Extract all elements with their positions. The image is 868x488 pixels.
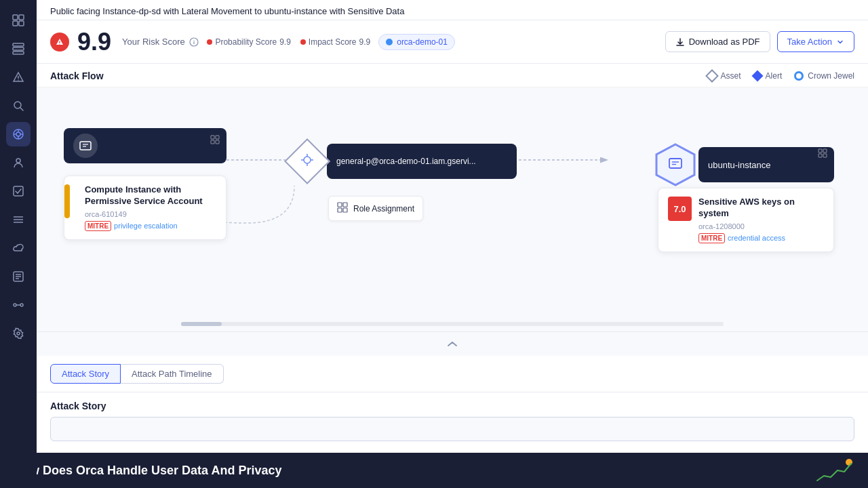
svg-rect-4 bbox=[13, 43, 24, 46]
probability-value: 9.9 bbox=[279, 37, 291, 47]
left-alert-title: Compute Instance with Permissive Service… bbox=[85, 184, 216, 207]
sidebar-icon-findings[interactable] bbox=[6, 179, 31, 203]
chevron-down-icon bbox=[836, 38, 844, 46]
svg-rect-63 bbox=[338, 208, 342, 212]
svg-rect-61 bbox=[338, 203, 342, 207]
right-alert-mitre: MITRE credential access bbox=[698, 233, 824, 243]
header-left: 9.9 Your Risk Score Probability Score 9.… bbox=[50, 30, 665, 54]
right-mitre-tag: MITRE bbox=[698, 233, 725, 243]
left-alert-mitre: MITRE privilege escalation bbox=[85, 221, 216, 231]
diamond-shape bbox=[288, 142, 327, 181]
env-label: orca-demo-01 bbox=[397, 37, 448, 47]
svg-rect-58 bbox=[823, 149, 827, 152]
right-node-wrapper[interactable]: ubuntu-instance bbox=[652, 142, 834, 188]
sidebar-icon-cloud[interactable] bbox=[6, 236, 31, 260]
probability-pill: Probability Score 9.9 bbox=[207, 37, 290, 47]
middle-node-label: general-p@orca-demo-01.iam.gservi... bbox=[327, 144, 517, 179]
asset-legend-label: Asset bbox=[721, 71, 741, 81]
ad-text: How Does Orca Handle User Data And Priva… bbox=[14, 464, 281, 478]
scroll-thumb[interactable] bbox=[181, 322, 222, 326]
attack-flow-title: Attack Flow bbox=[50, 70, 104, 81]
alert-legend-shape bbox=[751, 70, 763, 82]
right-node-text: ubuntu-instance bbox=[708, 160, 771, 170]
svg-rect-18 bbox=[14, 186, 23, 196]
svg-point-65 bbox=[846, 459, 852, 466]
svg-point-17 bbox=[16, 159, 20, 163]
sidebar-icon-compliance[interactable] bbox=[6, 264, 31, 289]
svg-rect-64 bbox=[343, 208, 347, 212]
left-alert-id: orca-610149 bbox=[85, 210, 216, 218]
sidebar-icon-grid[interactable] bbox=[6, 37, 31, 61]
sidebar-icon-integration[interactable] bbox=[6, 122, 31, 146]
collapse-bar[interactable] bbox=[37, 331, 868, 356]
left-alert-bar bbox=[64, 184, 70, 218]
left-node[interactable] bbox=[64, 128, 226, 163]
collapse-icon bbox=[447, 341, 458, 348]
impact-dot bbox=[300, 39, 306, 45]
sidebar-icon-alert[interactable] bbox=[6, 65, 31, 89]
left-alert-card[interactable]: Compute Instance with Permissive Service… bbox=[64, 176, 226, 240]
sidebar-icon-inventory[interactable] bbox=[6, 207, 31, 232]
svg-rect-57 bbox=[818, 149, 822, 152]
role-assignment-label: Role Assignment bbox=[353, 204, 414, 214]
sidebar-icon-team[interactable] bbox=[6, 150, 31, 175]
tab-section: Attack Story Attack Path Timeline bbox=[37, 356, 868, 392]
svg-rect-47 bbox=[216, 140, 219, 144]
left-mitre-tag: MITRE bbox=[85, 221, 111, 231]
impact-value: 9.9 bbox=[359, 37, 371, 47]
svg-rect-62 bbox=[343, 203, 347, 207]
diamond-icon bbox=[300, 152, 315, 170]
asset-legend-shape bbox=[705, 69, 719, 83]
crown-legend-label: Crown Jewel bbox=[808, 71, 854, 81]
right-node-corner bbox=[818, 148, 827, 160]
right-node-label: ubuntu-instance bbox=[698, 147, 834, 182]
right-alert-card[interactable]: 7.0 Sensitive AWS keys on system orca-12… bbox=[658, 188, 834, 252]
take-action-button[interactable]: Take Action bbox=[777, 31, 855, 52]
flow-canvas: general-p@orca-demo-01.iam.gservi... ubu bbox=[37, 87, 868, 331]
hex-icon bbox=[667, 155, 684, 174]
env-dot bbox=[386, 39, 393, 45]
page-title: Public facing Instance-dp-sd with Latera… bbox=[37, 0, 868, 20]
svg-point-8 bbox=[18, 79, 18, 80]
left-node-icon bbox=[73, 134, 98, 158]
alert-legend-label: Alert bbox=[766, 71, 783, 81]
tab-attack-story[interactable]: Attack Story bbox=[50, 364, 121, 384]
role-assignment-box[interactable]: Role Assignment bbox=[328, 196, 423, 221]
left-alert-content: Compute Instance with Permissive Service… bbox=[74, 184, 216, 231]
download-pdf-button[interactable]: Download as PDF bbox=[665, 31, 770, 52]
sidebar-icon-settings[interactable] bbox=[6, 321, 31, 346]
svg-point-29 bbox=[20, 304, 23, 306]
svg-point-48 bbox=[304, 157, 311, 163]
svg-rect-60 bbox=[823, 154, 827, 157]
legend-asset: Asset bbox=[707, 71, 741, 81]
right-alert-content: Sensitive AWS keys on system orca-120800… bbox=[698, 197, 824, 243]
svg-rect-44 bbox=[211, 136, 214, 139]
middle-node-wrapper[interactable]: general-p@orca-demo-01.iam.gservi... bbox=[288, 142, 517, 181]
svg-point-12 bbox=[16, 132, 20, 136]
legend-crown-jewel: Crown Jewel bbox=[794, 71, 854, 81]
svg-rect-2 bbox=[13, 21, 18, 26]
tab-attack-path-timeline[interactable]: Attack Path Timeline bbox=[121, 364, 224, 384]
right-alert-score: 7.0 bbox=[668, 197, 692, 221]
tabs: Attack Story Attack Path Timeline bbox=[50, 364, 854, 384]
sidebar bbox=[0, 0, 37, 488]
right-alert-inner: 7.0 Sensitive AWS keys on system orca-12… bbox=[668, 197, 824, 243]
left-mitre-text: privilege escalation bbox=[114, 222, 178, 230]
crown-legend-shape bbox=[794, 71, 804, 81]
sidebar-icon-connect[interactable] bbox=[6, 293, 31, 317]
impact-pill: Impact Score 9.9 bbox=[300, 37, 370, 47]
attack-story-input[interactable] bbox=[50, 417, 854, 441]
svg-point-28 bbox=[14, 304, 16, 306]
compute-icon bbox=[79, 139, 92, 152]
legend: Asset Alert Crown Jewel bbox=[707, 71, 854, 81]
role-icon bbox=[337, 202, 348, 215]
header-bar: 9.9 Your Risk Score Probability Score 9.… bbox=[37, 20, 868, 64]
svg-line-10 bbox=[20, 108, 23, 110]
svg-rect-1 bbox=[19, 15, 24, 20]
sidebar-icon-org[interactable] bbox=[6, 8, 31, 33]
svg-rect-45 bbox=[216, 136, 219, 139]
probability-dot bbox=[207, 39, 212, 45]
sidebar-icon-search[interactable] bbox=[6, 94, 31, 118]
ad-chart-icon bbox=[814, 457, 854, 484]
svg-rect-46 bbox=[211, 140, 214, 144]
